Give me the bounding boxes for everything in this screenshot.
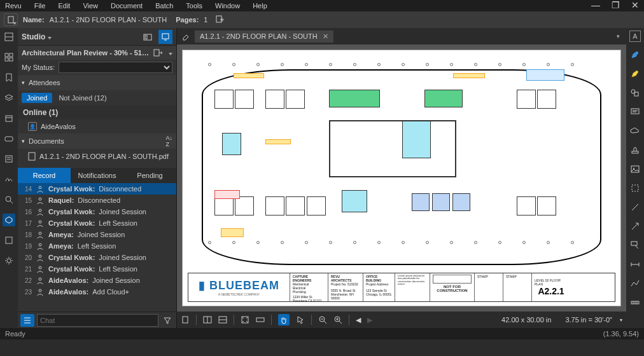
- sheet-number: A2.2.1: [538, 286, 564, 296]
- record-row[interactable]: 23 AideAvalos: Add Cloud+: [18, 286, 176, 298]
- polyline-tool-icon[interactable]: [629, 277, 641, 290]
- note-tool-icon[interactable]: [629, 106, 641, 118]
- studio-title[interactable]: Studio: [22, 32, 52, 41]
- leave-session-icon[interactable]: [153, 48, 162, 57]
- list-toggle-icon[interactable]: [20, 314, 34, 327]
- session-dropdown[interactable]: [166, 49, 172, 57]
- person-icon: 👤: [28, 122, 37, 131]
- tab-pending[interactable]: Pending: [123, 168, 176, 183]
- callout: [214, 190, 240, 199]
- record-row[interactable]: 17 Crystal Kwok: Left Session: [18, 217, 176, 229]
- svg-point-30: [39, 232, 41, 235]
- form-icon[interactable]: [3, 153, 15, 165]
- menu-window[interactable]: Window: [215, 2, 240, 10]
- menu-view[interactable]: View: [83, 2, 98, 10]
- menu-file[interactable]: File: [34, 2, 46, 10]
- next-view-icon[interactable]: ▶: [367, 316, 372, 324]
- search-icon[interactable]: [3, 193, 15, 206]
- select-tool-icon[interactable]: [296, 315, 305, 324]
- tab-record[interactable]: Record: [18, 168, 71, 183]
- record-row[interactable]: 21 Crystal Kwok: Left Session: [18, 263, 176, 275]
- image-tool-icon[interactable]: [629, 163, 641, 175]
- pen-tool-icon[interactable]: [629, 48, 641, 61]
- minimize-icon[interactable]: —: [591, 0, 600, 10]
- stamp-tool-icon[interactable]: [629, 144, 641, 156]
- sets-icon[interactable]: [3, 112, 15, 125]
- filter-icon[interactable]: [161, 314, 174, 327]
- shapes-tool-icon[interactable]: [629, 86, 641, 99]
- zoom-out-icon[interactable]: [318, 315, 327, 324]
- document-tab[interactable]: A1.2.1 - 2ND FLOOR PLAN - SOUTH ✕: [195, 31, 333, 43]
- single-page-icon[interactable]: [181, 315, 190, 324]
- record-row[interactable]: 19 Ameya: Left Session: [18, 240, 176, 252]
- gear-icon[interactable]: [3, 254, 15, 267]
- chevron-down-icon[interactable]: ▾: [22, 138, 25, 144]
- measure-tool-icon[interactable]: [629, 296, 641, 309]
- zoom-in-icon[interactable]: [333, 315, 342, 324]
- highlight-tool-icon[interactable]: [629, 67, 641, 80]
- grid-tick: [208, 241, 211, 244]
- tab-list-dropdown[interactable]: ▾: [613, 33, 624, 39]
- menu-document[interactable]: Document: [111, 2, 143, 10]
- bookmark-icon[interactable]: [3, 71, 15, 84]
- grid-tick: [450, 63, 453, 66]
- grid-tick: [353, 63, 356, 66]
- eraser-icon[interactable]: [179, 30, 192, 43]
- record-number: 17: [22, 220, 32, 227]
- callout-tool-icon[interactable]: [629, 239, 641, 252]
- studio-icon[interactable]: [3, 214, 15, 226]
- record-row[interactable]: 14 Crystal Kwok: Disconnected: [18, 183, 176, 195]
- grid-icon[interactable]: [3, 51, 15, 64]
- file-menu-button[interactable]: [4, 13, 18, 26]
- joined-tab[interactable]: Joined: [22, 93, 52, 103]
- text-tool-icon[interactable]: A: [629, 31, 641, 42]
- maximize-icon[interactable]: ❐: [612, 0, 620, 10]
- document-name[interactable]: A1.2.1 - 2ND FLOOR PLAN - SOUTH.pdf: [39, 153, 169, 160]
- menu-revu[interactable]: Revu: [5, 2, 22, 10]
- session-name: Architectural Plan Review - 30% - 518-46…: [22, 49, 150, 57]
- record-row[interactable]: 22 AideAvalos: Joined Session: [18, 275, 176, 286]
- links-icon[interactable]: [3, 132, 15, 145]
- chat-input[interactable]: [37, 314, 158, 327]
- sort-icon[interactable]: A↓Z: [165, 135, 172, 147]
- status-select[interactable]: [59, 62, 172, 73]
- grid-tick: [377, 63, 381, 66]
- layers-icon[interactable]: [3, 92, 15, 104]
- room: [537, 196, 556, 216]
- record-row[interactable]: 15 Raquel: Disconnected: [18, 195, 176, 206]
- menu-tools[interactable]: Tools: [186, 2, 202, 10]
- chevron-down-icon[interactable]: ▾: [620, 317, 622, 323]
- signatures-icon[interactable]: [3, 173, 15, 186]
- split-v-icon[interactable]: [203, 315, 212, 324]
- menu-edit[interactable]: Edit: [58, 2, 70, 10]
- arrow-tool-icon[interactable]: [629, 220, 641, 233]
- page-scale[interactable]: 3.75 in = 30'-0": [565, 316, 612, 324]
- record-row[interactable]: 18 Ameya: Joined Session: [18, 229, 176, 240]
- line-tool-icon[interactable]: [629, 201, 641, 214]
- dimension-tool-icon[interactable]: [629, 258, 641, 271]
- split-h-icon[interactable]: [218, 315, 227, 324]
- thumbnails-icon[interactable]: [3, 31, 15, 43]
- chevron-down-icon[interactable]: ▾: [22, 79, 25, 86]
- prev-view-icon[interactable]: ◀: [356, 316, 361, 324]
- properties-icon[interactable]: [3, 234, 15, 247]
- fit-width-icon[interactable]: [256, 315, 265, 324]
- sessions-button[interactable]: [158, 30, 172, 44]
- record-row[interactable]: 16 Crystal Kwok: Joined Session: [18, 206, 176, 217]
- projects-button[interactable]: [141, 30, 155, 44]
- menu-batch[interactable]: Batch: [155, 2, 173, 10]
- record-row[interactable]: 20 Crystal Kwok: Joined Session: [18, 252, 176, 263]
- crop-tool-icon[interactable]: [629, 182, 641, 195]
- tab-notifications[interactable]: Notifications: [71, 168, 123, 183]
- not-joined-tab[interactable]: Not Joined (12): [55, 93, 110, 103]
- close-tab-icon[interactable]: ✕: [323, 32, 328, 41]
- cloud-tool-icon[interactable]: [629, 125, 641, 137]
- menu-help[interactable]: Help: [253, 2, 267, 10]
- pan-tool-icon[interactable]: [278, 314, 290, 325]
- close-icon[interactable]: ✕: [631, 0, 639, 10]
- document-canvas[interactable]: /* ticks drawn via loop below */: [182, 50, 621, 306]
- fit-page-icon[interactable]: [241, 315, 249, 324]
- page-size: 42.00 x 30.00 in: [501, 316, 551, 324]
- new-page-button[interactable]: [213, 13, 227, 26]
- status-text: Ready: [5, 330, 25, 338]
